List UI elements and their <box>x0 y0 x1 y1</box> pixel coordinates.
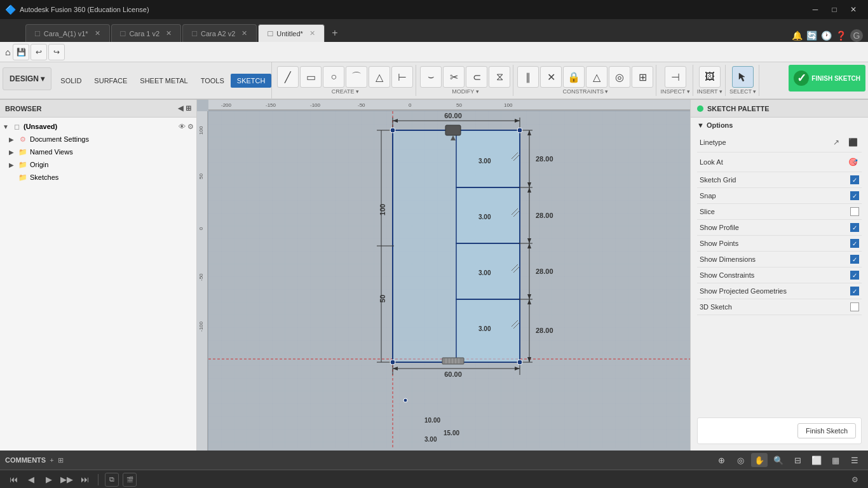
offset-tool[interactable]: ⊂ <box>466 66 487 88</box>
add-comment-icon[interactable]: + <box>50 456 53 464</box>
show-dimensions-checkbox[interactable]: ✓ <box>850 255 859 264</box>
sketch-grid-checkbox[interactable]: ✓ <box>850 175 859 184</box>
tab-sheet-metal[interactable]: SHEET METAL <box>133 74 194 88</box>
save-button[interactable]: 💾 <box>13 44 29 60</box>
skip-to-start-button[interactable]: ⏮ <box>6 473 20 487</box>
expand-arrow[interactable]: ▶ <box>9 149 18 156</box>
tab-solid[interactable]: SOLID <box>54 74 88 88</box>
dim-w2: 3.00 <box>478 214 491 220</box>
play-button[interactable]: ▶ <box>42 473 56 487</box>
user-avatar[interactable]: G <box>850 29 863 42</box>
expand-arrow[interactable]: ▶ <box>9 136 18 143</box>
rect-tool[interactable]: ▭ <box>300 66 322 88</box>
tab-surface[interactable]: SURFACE <box>88 74 133 88</box>
trim-tool[interactable]: ✂ <box>443 66 465 88</box>
view-cube-tool[interactable]: ⬜ <box>808 453 825 467</box>
equal-constraint[interactable]: △ <box>586 66 607 88</box>
show-profile-checkbox[interactable]: ✓ <box>850 223 859 232</box>
new-tab-button[interactable]: + <box>326 24 344 42</box>
close-tab-icon[interactable]: ✕ <box>95 29 100 37</box>
3d-sketch-checkbox[interactable] <box>850 302 859 311</box>
tree-item-named-views[interactable]: ▶ 📁 Named Views <box>0 146 196 158</box>
polygon-tool[interactable]: △ <box>369 66 390 88</box>
playback-mode-btn[interactable]: ⧉ <box>105 473 119 487</box>
show-projected-checkbox[interactable]: ✓ <box>850 287 859 295</box>
comment-pin-icon[interactable]: ⊞ <box>58 456 64 464</box>
dimension-tool[interactable]: ⊢ <box>391 66 413 88</box>
gear-icon[interactable]: ⚙ <box>187 123 194 131</box>
show-constraints-checkbox[interactable]: ✓ <box>850 271 859 280</box>
look-at-icon[interactable]: 🎯 <box>846 156 859 168</box>
redo-button[interactable]: ↪ <box>48 44 65 60</box>
arc-tool[interactable]: ⌒ <box>346 66 367 88</box>
collapse-icon[interactable]: ▼ <box>697 121 704 129</box>
design-button[interactable]: DESIGN ▾ <box>3 67 51 90</box>
clock-icon[interactable]: 🕐 <box>821 30 832 41</box>
zoom-in-tool[interactable]: 🔍 <box>770 453 787 467</box>
midpoint-constraint[interactable]: ✕ <box>540 66 562 88</box>
zoom-out-tool[interactable]: ⊟ <box>789 453 806 467</box>
mirror-tool[interactable]: ⧖ <box>489 66 510 88</box>
step-forward-button[interactable]: ▶▶ <box>60 473 74 487</box>
skip-to-end-button[interactable]: ⏭ <box>78 473 92 487</box>
undo-button[interactable]: ↩ <box>31 44 47 60</box>
pan-tool[interactable]: ⊕ <box>713 453 729 467</box>
close-tab-icon[interactable]: ✕ <box>241 29 247 37</box>
playback-settings-button[interactable]: ⚙ <box>848 473 862 487</box>
tab-cara-a1[interactable]: □ Cara_A(1) v1* ✕ <box>25 24 110 42</box>
canvas-area[interactable]: -200 -150 -100 -50 0 50 100 100 50 0 -50… <box>197 100 690 451</box>
display-settings[interactable]: ☰ <box>846 453 863 467</box>
dim-left-100: 100 <box>379 204 386 215</box>
sketch-canvas[interactable]: 60.00 60.00 28.00 28.00 <box>208 111 690 448</box>
fix-constraint[interactable]: 🔒 <box>563 66 585 88</box>
expand-arrow[interactable]: ▼ <box>3 123 11 130</box>
tree-item-document-settings[interactable]: ▶ ⚙ Document Settings <box>0 133 196 146</box>
browser-pin-icon[interactable]: ⊞ <box>186 104 191 112</box>
tree-item-root[interactable]: ▼ ◻ (Unsaved) 👁 ⚙ <box>0 120 196 133</box>
show-points-checkbox[interactable]: ✓ <box>850 239 859 248</box>
finish-sketch-button[interactable]: Finish Sketch <box>797 423 856 438</box>
look-tool[interactable]: ✋ <box>751 453 768 467</box>
insert-image[interactable]: 🖼 <box>699 66 721 88</box>
close-tab-icon[interactable]: ✕ <box>309 29 315 37</box>
fillet-tool[interactable]: ⌣ <box>420 66 442 88</box>
notification-icon[interactable]: 🔔 <box>792 30 803 41</box>
sync-icon[interactable]: 🔄 <box>806 30 817 41</box>
tree-item-sketches[interactable]: ▶ 📁 Sketches <box>0 171 196 184</box>
help-icon[interactable]: ❓ <box>836 30 846 41</box>
circle-tool[interactable]: ○ <box>323 66 344 88</box>
step-back-button[interactable]: ◀ <box>24 473 38 487</box>
slice-checkbox[interactable] <box>850 207 859 216</box>
linetype-icon1[interactable]: ↗ <box>830 136 843 149</box>
tab-sketch[interactable]: SKETCH <box>231 74 272 88</box>
grid-tool[interactable]: ▦ <box>827 453 844 467</box>
animation-icon-btn[interactable]: 🎬 <box>123 473 137 487</box>
tree-item-origin[interactable]: ▶ 📁 Origin <box>0 158 196 171</box>
linetype-icon2[interactable]: ⬛ <box>846 136 859 149</box>
tab-cara1-v2[interactable]: □ Cara 1 v2 ✕ <box>111 24 182 42</box>
tab-label: Cara_A(1) v1* <box>44 30 88 37</box>
more-constraints[interactable]: ⊞ <box>632 66 653 88</box>
close-button[interactable]: ✕ <box>844 0 863 19</box>
select-tool[interactable] <box>732 66 754 88</box>
tab-icon: □ <box>121 29 126 38</box>
tab-tools[interactable]: TOOLS <box>194 74 231 88</box>
expand-arrow[interactable]: ▶ <box>9 161 18 168</box>
minimize-button[interactable]: ─ <box>806 0 825 19</box>
close-tab-icon[interactable]: ✕ <box>166 29 172 37</box>
measure-tool[interactable]: ⊣ <box>665 66 686 88</box>
line-tool[interactable]: ╱ <box>277 66 299 88</box>
coincident-constraint[interactable]: ∥ <box>517 66 539 88</box>
maximize-button[interactable]: □ <box>825 0 844 19</box>
tab-label: Untitled* <box>276 30 303 37</box>
orbit-tool[interactable]: ◎ <box>732 453 749 467</box>
concentric-constraint[interactable]: ◎ <box>609 66 630 88</box>
tab-cara-a2[interactable]: □ Cara A2 v2 ✕ <box>182 24 257 42</box>
browser-expand-icon[interactable]: ◀ <box>178 104 183 112</box>
snap-checkbox[interactable]: ✓ <box>850 191 859 200</box>
tab-bar: □ Cara_A(1) v1* ✕ □ Cara 1 v2 ✕ □ Cara A… <box>0 19 868 42</box>
tab-untitled[interactable]: □ Untitled* ✕ <box>258 24 324 42</box>
home-icon[interactable]: ⌂ <box>5 47 10 57</box>
eye-icon[interactable]: 👁 <box>179 123 186 130</box>
finish-sketch-toolbar-button[interactable]: ✓ FINISH SKETCH <box>789 65 865 92</box>
